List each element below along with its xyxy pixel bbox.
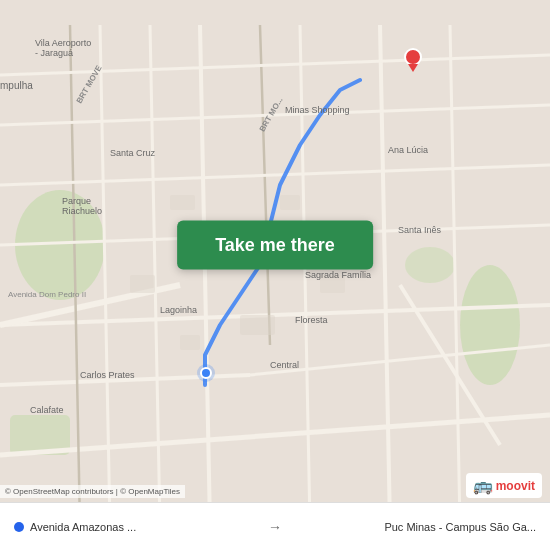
label-santa-cruz: Santa Cruz	[110, 148, 155, 158]
svg-rect-27	[180, 335, 200, 350]
label-carlos-prates: Carlos Prates	[80, 370, 135, 380]
app-container: Vila Aeroporto- Jaraguá Santa Cruz Parqu…	[0, 0, 550, 550]
route-arrow-icon: →	[268, 519, 282, 535]
label-floresta: Floresta	[295, 315, 328, 325]
take-me-there-button[interactable]: Take me there	[177, 221, 373, 270]
label-calafate: Calafate	[30, 405, 64, 415]
svg-point-2	[460, 265, 520, 385]
origin-dot-outer	[197, 364, 215, 382]
origin-dot-inner	[200, 367, 212, 379]
label-ana-lucia: Ana Lúcia	[388, 145, 428, 155]
label-santa-ines: Santa Inês	[398, 225, 441, 235]
label-dom-pedro: Avenida Dom Pedro II	[8, 290, 86, 299]
svg-rect-28	[240, 315, 275, 335]
moovit-logo: 🚌 moovit	[466, 473, 542, 498]
origin-endpoint: Avenida Amazonas ...	[14, 521, 268, 533]
label-parque-riachuelo: ParqueRiachuelo	[62, 196, 102, 216]
map-background: Vila Aeroporto- Jaraguá Santa Cruz Parqu…	[0, 0, 550, 550]
svg-point-4	[405, 247, 455, 283]
label-ampulha: mpulha	[0, 80, 33, 91]
label-sagrada-familia: Sagrada Família	[305, 270, 371, 280]
origin-text: Avenida Amazonas ...	[30, 521, 136, 533]
svg-rect-25	[280, 195, 300, 210]
label-minas-shopping: Minas Shopping	[285, 105, 350, 115]
bottom-bar: Avenida Amazonas ... → Puc Minas - Campu…	[0, 502, 550, 550]
svg-rect-26	[130, 275, 155, 293]
moovit-text: moovit	[496, 479, 535, 493]
moovit-icon: 🚌	[473, 476, 493, 495]
label-central: Central	[270, 360, 299, 370]
origin-marker	[197, 364, 215, 382]
label-vila-aeroporto: Vila Aeroporto- Jaraguá	[35, 38, 91, 58]
origin-dot-icon	[14, 522, 24, 532]
svg-rect-23	[170, 195, 195, 210]
map-svg	[0, 0, 550, 550]
dest-text: Puc Minas - Campus São Ga...	[384, 521, 536, 533]
destination-marker	[404, 48, 422, 70]
label-lagoinha: Lagoinha	[160, 305, 197, 315]
map-attribution: © OpenStreetMap contributors | © OpenMap…	[0, 485, 185, 498]
dest-pin	[404, 48, 422, 70]
dest-pin-tail	[408, 64, 418, 72]
dest-endpoint: Puc Minas - Campus São Ga...	[282, 521, 536, 533]
